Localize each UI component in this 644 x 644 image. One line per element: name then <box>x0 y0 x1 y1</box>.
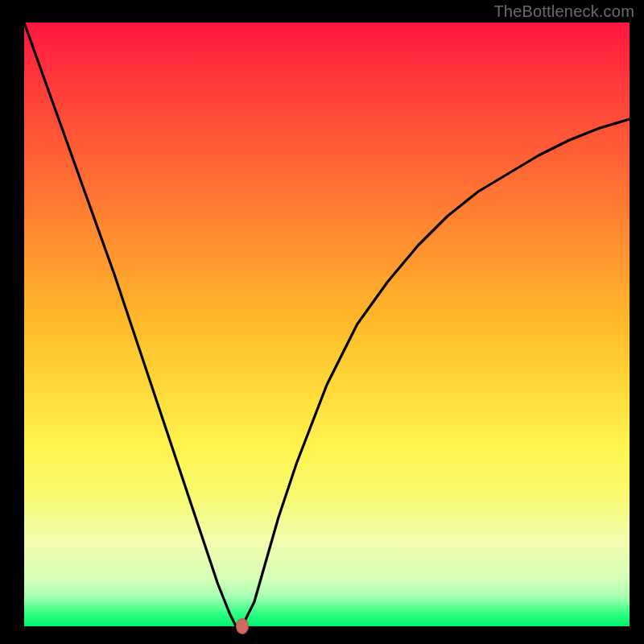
bottleneck-curve <box>24 23 630 626</box>
watermark-text: TheBottleneck.com <box>493 2 634 21</box>
chart-plot-area <box>24 23 630 626</box>
optimal-point-marker <box>236 618 249 634</box>
